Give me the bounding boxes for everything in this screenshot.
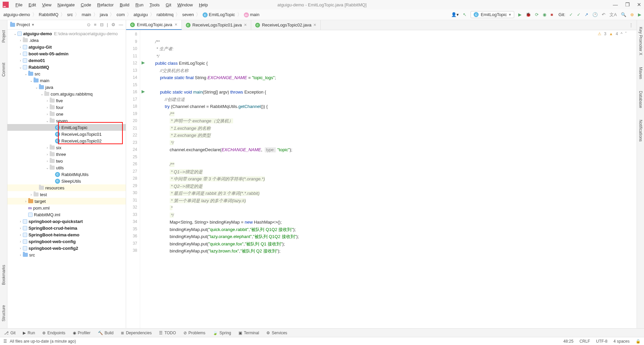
inspection-badge[interactable]: ⚠3 ▲4 ^ˇ [598,32,627,36]
menu-help[interactable]: Help [197,2,210,8]
tree-row[interactable]: resources [7,184,126,191]
bottom-tool-problems[interactable]: ⊘Problems [183,331,206,335]
tree-row[interactable]: CRabbitMqUtils [7,171,126,178]
indent-info[interactable]: 4 spaces [613,339,630,344]
expand-all-icon[interactable]: ≡ [94,22,97,27]
vcs-commit-icon[interactable]: ✓ [577,12,581,17]
select-opened-icon[interactable]: ⊙ [87,22,91,27]
settings-icon[interactable]: ⚙ [111,22,115,27]
right-strip-database[interactable]: Database [638,91,643,108]
hammer-icon[interactable]: ↖ [463,12,467,17]
tree-row[interactable]: ⌄java [7,84,126,91]
tree-row[interactable]: ⌄seven [7,117,126,124]
tree-row[interactable]: ›one [7,111,126,117]
bottom-tool-profiler[interactable]: ◉Profiler [73,331,91,335]
ide-updates-icon[interactable]: ⊕ [630,12,634,17]
tree-row[interactable]: ›springboot-web-config2 [7,245,126,251]
project-tree[interactable]: ⌄atguigu-demoE:\idea-workspace\atguigu-d… [7,30,126,328]
tree-row[interactable]: ›two [7,158,126,164]
menu-code[interactable]: Code [79,2,93,8]
left-strip-project[interactable]: Project [1,30,6,43]
editor-tab[interactable]: CReceiveLogsTopic02.java✕ [251,20,321,30]
breadcrumb-item[interactable]: atguigu [133,12,149,17]
breadcrumb-item[interactable]: src [66,12,73,17]
code-content[interactable]: /** * 生产者: */ public class EmitLogTopic … [146,30,637,328]
run-button[interactable]: ▶ [518,12,522,17]
breadcrumb-item[interactable]: RabbitMQ [38,12,59,17]
tree-row[interactable]: ⌄com.atguigu.rabbitmq [7,91,126,97]
status-source-icon[interactable]: ☰ [3,339,7,344]
vcs-history-icon[interactable]: 🕐 [592,12,598,17]
editor-tab[interactable]: CReceiveLogsTopic01.java✕ [182,20,251,30]
breadcrumb-item[interactable]: atguigu-demo [3,12,31,17]
coverage-button[interactable]: ⟳ [535,12,539,17]
left-strip-bookmarks[interactable]: Bookmarks [1,265,6,285]
breadcrumb-item[interactable]: m main [243,12,260,17]
tree-row[interactable]: ›boot-web-05-admin [7,50,126,57]
tree-row[interactable]: ›six [7,144,126,151]
breadcrumb-item[interactable]: C EmitLogTopic [202,12,236,17]
right-strip-keypromoter[interactable]: Key Promoter X [638,27,643,55]
collapse-all-icon[interactable]: ⊟ [100,22,104,27]
menu-build[interactable]: Build [118,2,131,8]
gutter-run-icon[interactable]: ▶ [140,88,146,95]
menu-git[interactable]: Git [164,2,173,8]
tree-row[interactable]: CSleepUtils [7,178,126,184]
tree-row[interactable]: CReceiveLogsTopic02 [7,137,126,144]
tree-row[interactable]: ›atguigu-Git [7,44,126,50]
cursor-position[interactable]: 48:25 [564,339,574,344]
menu-refactor[interactable]: Refactor [95,2,116,8]
right-strip-maven[interactable]: Maven [638,67,643,79]
tree-row[interactable]: ⌄utils [7,164,126,171]
tree-row[interactable]: ›target [7,198,126,205]
vcs-push-icon[interactable]: ↗ [585,12,588,17]
menu-window[interactable]: Window [175,2,195,8]
bottom-tool-services[interactable]: ⚙Services [266,331,287,335]
tree-row[interactable]: ›SpringBoot-heima-demo [7,231,126,238]
hide-icon[interactable]: — [119,22,123,27]
run-config-selector[interactable]: C EmitLogTopic ▾ [471,11,514,18]
breadcrumb-item[interactable]: java [99,12,109,17]
line-separator[interactable]: CRLF [580,339,590,344]
debug-button[interactable]: 🐞 [526,12,531,17]
tree-row[interactable]: ⌄atguigu-demoE:\idea-workspace\atguigu-d… [7,30,126,37]
right-strip-notifications[interactable]: Notifications [638,120,643,141]
vcs-update-icon[interactable]: ✓ [569,12,573,17]
user-icon[interactable]: 👤▾ [451,12,459,17]
tree-row[interactable]: CEmitLogTopic [7,124,126,131]
close-button[interactable]: ✕ [637,2,641,8]
bottom-tool-run[interactable]: ▶Run [23,331,35,335]
bottom-tool-build[interactable]: 🔨Build [98,331,114,335]
left-strip-structure[interactable]: Structure [1,305,6,322]
bottom-tool-terminal[interactable]: ▣Terminal [238,331,259,335]
translate-icon[interactable]: 文A [609,12,617,18]
readonly-lock-icon[interactable]: 🔒 [636,339,641,344]
tab-close-icon[interactable]: ✕ [174,22,177,27]
tab-close-icon[interactable]: ✕ [244,23,247,27]
left-strip-commit[interactable]: Commit [1,63,6,76]
tree-row[interactable]: mpom.xml [7,205,126,211]
tree-row[interactable]: CReceiveLogsTopic01 [7,131,126,137]
bottom-tool-endpoints[interactable]: ⊕Endpoints [42,331,65,335]
tree-row[interactable]: ›src [7,251,126,258]
tree-row[interactable]: ›.idea [7,37,126,44]
profiler-button[interactable]: ◉ [543,12,546,17]
menu-navigate[interactable]: Navigate [55,2,76,8]
tree-row[interactable]: ›test [7,191,126,198]
tree-row[interactable]: ›three [7,151,126,158]
menu-tools[interactable]: Tools [148,2,162,8]
breadcrumb-item[interactable]: seven [181,12,195,17]
tree-row[interactable]: ›four [7,104,126,111]
bottom-tool-git[interactable]: ⎇Git [4,331,15,335]
bottom-tool-dependencies[interactable]: ≣Dependencies [121,331,152,335]
code-editor[interactable]: 8910111213141516171819202122232425262728… [126,30,637,328]
bottom-tool-todo[interactable]: ☰TODO [159,331,176,335]
tree-row[interactable]: ⌄src [7,70,126,77]
tree-row[interactable]: ›five [7,97,126,104]
search-icon[interactable]: 🔍 [621,12,626,17]
vcs-rollback-icon[interactable]: ↶ [602,12,605,17]
tree-row[interactable]: ›springboot-aop-quickstart [7,218,126,225]
run-anything-icon[interactable]: ▶ [638,12,641,17]
tree-row[interactable]: ›SpringBoot-crud-heima [7,225,126,231]
bottom-tool-spring[interactable]: 🍃Spring [213,331,231,335]
